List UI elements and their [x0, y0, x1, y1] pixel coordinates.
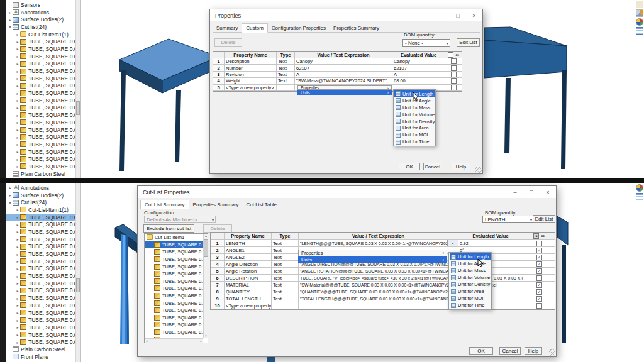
edit-list-button[interactable]: Edit List [533, 215, 555, 223]
menu-item-units[interactable]: Units › [297, 90, 392, 95]
expand-arrow-icon[interactable]: ▸ [15, 318, 20, 322]
tree-item[interactable]: ▸ TUBE, SQUARE 0.03 X 0.03 [6, 243, 75, 251]
scrollbar-thumb[interactable] [204, 239, 208, 257]
tree-item[interactable]: ▸ TUBE, SQUARE 0.03 X 0.03 [6, 280, 75, 287]
expand-arrow-icon[interactable]: ▸ [15, 91, 20, 96]
expand-arrow-icon[interactable]: ▸ [15, 288, 20, 293]
type-cell[interactable]: Text [277, 65, 295, 70]
tree-item[interactable]: ▸ TUBE, SQUARE 0.03 X 0.03 [6, 75, 75, 82]
property-name-cell[interactable]: Description [225, 58, 277, 64]
tree-item[interactable]: ▸ TUBE, SQUARE 0.03 X 0.03 [6, 67, 75, 75]
table-row[interactable]: 3 Revision Text A A [213, 72, 462, 78]
row-checkbox[interactable] [536, 248, 542, 253]
canopy-model-right-edge[interactable] [556, 214, 581, 346]
tree-item[interactable]: ▸ TUBE, SQUARE 0.03 X 0.03 [6, 45, 75, 53]
link-checkbox-cell[interactable] [523, 268, 555, 274]
row-checkbox[interactable] [451, 72, 457, 77]
submenu-item[interactable]: Unit for Area [394, 124, 435, 131]
row-checkbox[interactable] [536, 255, 542, 260]
help-button[interactable]: Help [525, 347, 542, 355]
expand-arrow-icon[interactable]: ▾ [8, 25, 13, 29]
expand-arrow-icon[interactable]: ▸ [15, 229, 20, 234]
table-row[interactable]: 9 TOTAL LENGTH Text "TOTAL LENGTH@@@TUBE… [211, 295, 555, 302]
link-checkbox-cell[interactable] [523, 254, 555, 260]
cutlist-tree-item[interactable]: TUBE, SQUARE 0.03 X [145, 329, 203, 336]
table-row[interactable]: 8 QUANTITY Text "QUANTITY@@@TUBE, SQUARE… [211, 288, 555, 295]
value-cell[interactable]: 62107 [295, 65, 392, 70]
ok-button[interactable]: OK [399, 163, 420, 170]
link-checkbox-cell[interactable] [523, 282, 555, 288]
tree-item[interactable]: ▸ TUBE, SQUARE 0.03 X 0.03 [6, 258, 75, 265]
tree-item[interactable]: ▸ Annotations [6, 184, 75, 192]
property-name-cell[interactable]: ANGLE2 [225, 254, 272, 260]
row-checkbox[interactable] [536, 303, 542, 309]
cutlist-tree-item[interactable]: TUBE, SQUARE 0.03 X [145, 278, 203, 285]
expand-arrow-icon[interactable]: ▸ [15, 237, 20, 241]
expand-arrow-icon[interactable]: ▸ [15, 259, 20, 263]
dialog-tab[interactable]: Custom [242, 23, 268, 33]
tree-item[interactable]: ▸ TUBE, SQUARE 0.03 X 0.03 [6, 148, 75, 156]
expand-arrow-icon[interactable]: ▸ [15, 150, 20, 154]
panel-splitter[interactable] [75, 0, 80, 178]
row-checkbox[interactable] [536, 275, 542, 281]
value-cell[interactable]: "TOTAL LENGTH@@@TUBE, SQUARE 0.03 X 0.03… [299, 295, 458, 302]
type-cell[interactable]: Text [272, 295, 299, 302]
submenu-item[interactable]: Unit for Area [450, 288, 491, 295]
tree-item[interactable]: ▸ TUBE, SQUARE 0.03 X 0.03 [6, 316, 75, 324]
expand-arrow-icon[interactable]: ▸ [15, 32, 20, 36]
cutlist-tree-item[interactable]: TUBE, SQUARE 0.03 X [145, 321, 203, 329]
folder-icon[interactable] [636, 1, 643, 8]
cutlist-tree-item[interactable]: TUBE, SQUARE 0.03 X [145, 285, 203, 292]
property-name-cell[interactable]: DESCRIPTION [225, 275, 272, 281]
scroll-right-icon[interactable]: ► [200, 339, 203, 343]
row-checkbox[interactable] [451, 58, 457, 64]
type-cell[interactable]: Text [277, 78, 295, 84]
tree-item[interactable]: ▸ Surface Bodies(2) [6, 16, 75, 23]
value-cell[interactable]: "LENGTH@@@TUBE, SQUARE 0.03 X 0.03 X 0.0… [299, 240, 458, 246]
gear-icon[interactable] [636, 9, 643, 17]
property-name-cell[interactable]: TOTAL LENGTH [225, 295, 272, 302]
row-checkbox[interactable] [536, 289, 542, 295]
tree-item[interactable]: ▸ TUBE, SQUARE 0.03 X 0.03 [6, 126, 75, 134]
expand-arrow-icon[interactable]: ▸ [8, 193, 13, 197]
expand-arrow-icon[interactable]: ▸ [15, 47, 20, 51]
expand-arrow-icon[interactable]: ▸ [15, 98, 20, 102]
table-row[interactable]: 1 Description Text Canopy Canopy [213, 58, 462, 65]
tree-item[interactable]: ▸ TUBE, SQUARE 0.03 X 0.03 [6, 133, 75, 141]
table-row[interactable]: 4 Weight Text "SW-Mass@TWINCANOPY2024.SL… [213, 78, 462, 84]
appearances-sphere-icon[interactable] [636, 18, 643, 26]
tree-item[interactable]: ▸ TUBE, SQUARE 0.03 X 0.03 [6, 89, 75, 97]
maximize-icon[interactable]: □ [455, 13, 461, 19]
expand-arrow-icon[interactable]: ▸ [15, 215, 20, 219]
tree-item[interactable]: ▸ TUBE, SQUARE 0.03 X 0.03 [6, 155, 75, 163]
dialog-tab[interactable]: Cut List Summary [140, 200, 189, 209]
value-cell[interactable]: "QUANTITY@@@TUBE, SQUARE 0.03 X 0.03 X 0… [299, 288, 458, 295]
table-row[interactable]: 2 Number Text 62107 62107 [213, 65, 462, 71]
tree-item[interactable]: ▸ TUBE, SQUARE 0.03 X 0.03 [6, 331, 75, 339]
submenu-item[interactable]: Unit for Angle [394, 97, 435, 104]
tree-item[interactable]: ▸ TUBE, SQUARE 0.03 X 0.03 [6, 228, 75, 236]
type-cell[interactable]: Text [277, 58, 295, 64]
submenu-item[interactable]: Unit for Length [450, 253, 491, 260]
exclude-from-cut-list-button[interactable]: Exclude from cut list [143, 224, 194, 233]
row-checkbox[interactable] [451, 65, 457, 71]
submenu-item[interactable]: Unit for Volume [450, 274, 491, 281]
expand-arrow-icon[interactable]: ▸ [8, 185, 13, 190]
tree-item[interactable]: ▸ TUBE, SQUARE 0.03 X 0.03 [6, 119, 75, 126]
value-cell[interactable]: A [295, 72, 392, 77]
dialog-tab[interactable]: Configuration Properties [268, 24, 330, 32]
tree-item[interactable]: ▸ TUBE, SQUARE 0.03 X 0.03 [6, 38, 75, 45]
panel-splitter[interactable] [75, 183, 80, 362]
splitter-handle[interactable] [76, 278, 80, 292]
horizontal-scrollbar[interactable]: ◄ ► [145, 338, 203, 343]
property-name-cell[interactable]: ANGLE1 [225, 247, 272, 253]
submenu-item[interactable]: Unit for Mass [450, 267, 491, 274]
expand-arrow-icon[interactable]: ▸ [15, 244, 20, 249]
ok-button[interactable]: OK [469, 347, 493, 355]
tree-item[interactable]: ▸ TUBE, SQUARE 0.03 X 0.03 [6, 302, 75, 309]
expand-arrow-icon[interactable]: ▸ [15, 252, 20, 256]
expand-arrow-icon[interactable]: ▸ [15, 62, 20, 66]
tree-item[interactable]: ▸ TUBE, SQUARE 0.03 X 0.03 [6, 111, 75, 119]
property-name-cell[interactable]: Number [225, 65, 277, 70]
row-checkbox[interactable] [536, 282, 542, 288]
